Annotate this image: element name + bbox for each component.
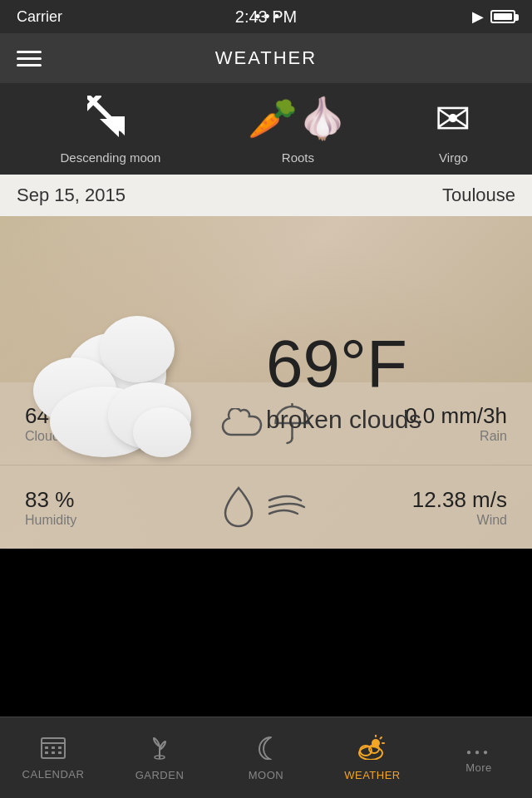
calendar-tab-label: CALENDAR [22, 768, 85, 781]
svg-rect-9 [52, 746, 55, 749]
nav-title: WEATHER [215, 47, 317, 69]
weather-tab-icon [357, 735, 387, 764]
carrier-label: Carrier [17, 8, 62, 26]
weather-tab-label: WEATHER [344, 769, 401, 781]
status-bar: Carrier • • • 2:43 PM ▶ [0, 0, 532, 33]
garden-icon [147, 735, 172, 764]
condition-display: broken clouds [266, 406, 421, 434]
date-text: Sep 15, 2015 [17, 185, 126, 206]
status-right-icons: ▶ [472, 7, 515, 26]
svg-rect-11 [45, 751, 48, 754]
tab-moon[interactable]: MOON [213, 717, 319, 798]
location-text: Toulouse [442, 185, 515, 206]
date-bar: Sep 15, 2015 Toulouse [0, 175, 532, 216]
tab-garden[interactable]: GARDEN [106, 717, 213, 798]
garden-tab-label: GARDEN [135, 769, 185, 781]
weather-info: 69°F broken clouds [266, 331, 507, 434]
svg-line-18 [381, 737, 382, 739]
battery-icon [490, 10, 515, 23]
menu-button[interactable] [17, 51, 42, 66]
svg-rect-12 [52, 751, 55, 754]
location-icon: ▶ [472, 7, 484, 26]
weather-section: 69°F broken clouds 64 % Cloudiness [0, 216, 532, 549]
tab-calendar[interactable]: CALENDAR [0, 717, 106, 798]
moon-tab-label: MOON [249, 769, 283, 781]
roots-icon-area: 🥕🧄 [248, 94, 347, 144]
vegetables-icon: 🥕🧄 [248, 99, 347, 139]
cloud-illustration [25, 308, 266, 457]
svg-rect-10 [58, 746, 62, 749]
cloud-graphic [25, 308, 208, 457]
cloud-part-2 [100, 316, 175, 382]
temperature-display: 69°F [266, 331, 407, 397]
cloud-part-6 [133, 407, 191, 457]
more-tab-label: More [466, 761, 492, 774]
virgo-icon: ✉ [435, 97, 471, 140]
info-bar: Descending moon 🥕🧄 Roots ✉ Virgo [0, 83, 532, 175]
calendar-icon [41, 736, 66, 763]
more-icon: ●●● [466, 741, 491, 756]
time-label: 2:43 PM [235, 7, 297, 27]
info-item-moon: Descending moon [61, 94, 161, 165]
info-item-roots: 🥕🧄 Roots [248, 94, 347, 165]
moon-icon-area [87, 94, 133, 144]
weather-content: 69°F broken clouds [0, 216, 532, 549]
roots-label: Roots [282, 150, 314, 165]
tab-more[interactable]: ●●● More [426, 717, 532, 798]
nav-bar: WEATHER [0, 33, 532, 83]
tab-bar: CALENDAR GARDEN MOON [0, 717, 532, 798]
virgo-icon-area: ✉ [435, 94, 471, 144]
info-item-virgo: ✉ Virgo [435, 94, 471, 165]
descending-moon-icon [87, 96, 133, 141]
moon-tab-icon [254, 735, 278, 764]
moon-label: Descending moon [61, 150, 161, 165]
svg-rect-13 [58, 751, 62, 754]
svg-rect-8 [45, 746, 48, 749]
virgo-label: Virgo [439, 150, 468, 165]
tab-weather[interactable]: WEATHER [319, 717, 426, 798]
